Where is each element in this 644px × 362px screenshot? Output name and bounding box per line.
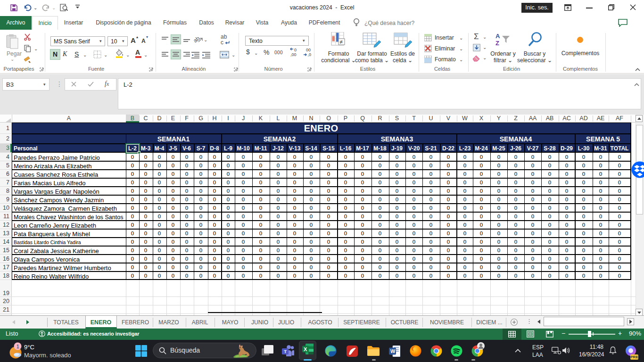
svg-text:ab: ab [194, 35, 201, 43]
svg-text:A: A [495, 33, 500, 40]
svg-text:,0: ,0 [308, 52, 312, 57]
svg-text:T: T [284, 349, 287, 354]
svg-text:,00: ,00 [290, 52, 297, 57]
svg-text:0: 0 [294, 48, 297, 52]
svg-text:X: X [304, 346, 307, 352]
svg-text:≠: ≠ [340, 39, 343, 45]
svg-text:W: W [390, 348, 396, 354]
svg-text:Z: Z [495, 40, 499, 47]
svg-text:1: 1 [17, 344, 19, 349]
svg-text:00: 00 [306, 48, 311, 52]
